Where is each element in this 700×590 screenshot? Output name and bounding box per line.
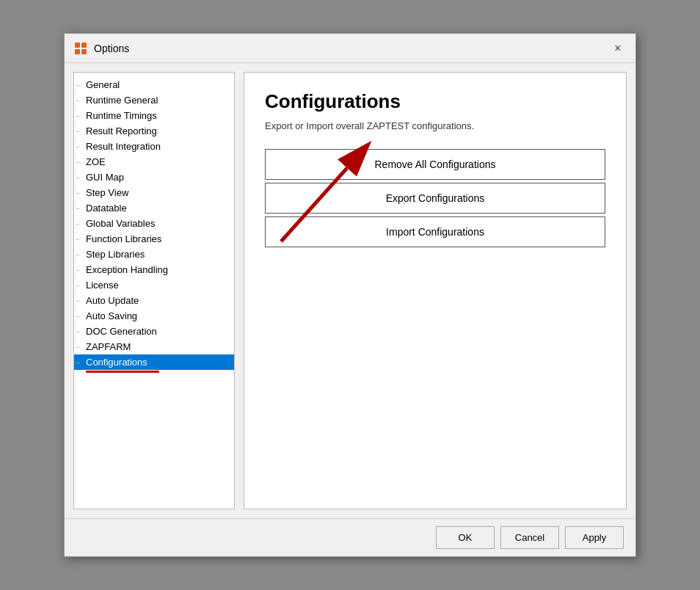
dialog-footer: OK Cancel Apply [65,518,635,556]
sidebar-item-step-view[interactable]: Step View [74,185,234,200]
ok-button[interactable]: OK [436,526,495,549]
apply-button[interactable]: Apply [565,526,624,549]
sidebar-item-datatable[interactable]: Datatable [74,200,234,216]
dialog-title: Options [94,43,129,54]
title-bar: Options × [65,34,635,63]
sidebar-item-runtime-timings[interactable]: Runtime Timings [74,108,234,123]
sidebar-item-function-libraries[interactable]: Function Libraries [74,231,234,247]
app-icon [73,41,88,56]
svg-rect-3 [81,49,87,54]
main-subtitle: Export or Import overall ZAPTEST configu… [265,120,605,131]
import-button[interactable]: Import Configurations [265,216,605,247]
main-title: Configurations [265,90,605,113]
dialog-body: GeneralRuntime GeneralRuntime TimingsRes… [65,63,635,518]
svg-rect-1 [81,43,87,48]
title-bar-left: Options [73,41,129,56]
sidebar-item-global-variables[interactable]: Global Variables [74,216,234,231]
remove-all-button[interactable]: Remove All Configurations [265,149,605,180]
sidebar-item-auto-saving[interactable]: Auto Saving [74,308,234,324]
sidebar-item-step-libraries[interactable]: Step Libraries [74,247,234,262]
sidebar-item-doc-generation[interactable]: DOC Generation [74,324,234,339]
sidebar-item-auto-update[interactable]: Auto Update [74,293,234,308]
svg-rect-2 [75,49,80,54]
close-button[interactable]: × [609,40,627,57]
svg-rect-0 [75,43,80,48]
options-dialog: Options × GeneralRuntime GeneralRuntime … [64,33,636,557]
main-content: Configurations Export or Import overall … [244,72,627,509]
sidebar-item-gui-map[interactable]: GUI Map [74,170,234,185]
sidebar-item-result-integration[interactable]: Result Integration [74,139,234,154]
sidebar-item-zapfarm[interactable]: ZAPFARM [74,339,234,354]
sidebar-item-configurations[interactable]: Configurations [74,354,234,370]
sidebar-item-runtime-general[interactable]: Runtime General [74,92,234,108]
sidebar-item-zoe[interactable]: ZOE [74,154,234,170]
sidebar-item-result-reporting[interactable]: Result Reporting [74,123,234,139]
sidebar-item-general[interactable]: General [74,77,234,92]
sidebar-item-exception-handling[interactable]: Exception Handling [74,262,234,277]
sidebar-active-underline [86,371,159,373]
export-button[interactable]: Export Configurations [265,183,605,214]
sidebar-item-license[interactable]: License [74,277,234,293]
sidebar: GeneralRuntime GeneralRuntime TimingsRes… [73,72,235,509]
cancel-button[interactable]: Cancel [500,526,559,549]
